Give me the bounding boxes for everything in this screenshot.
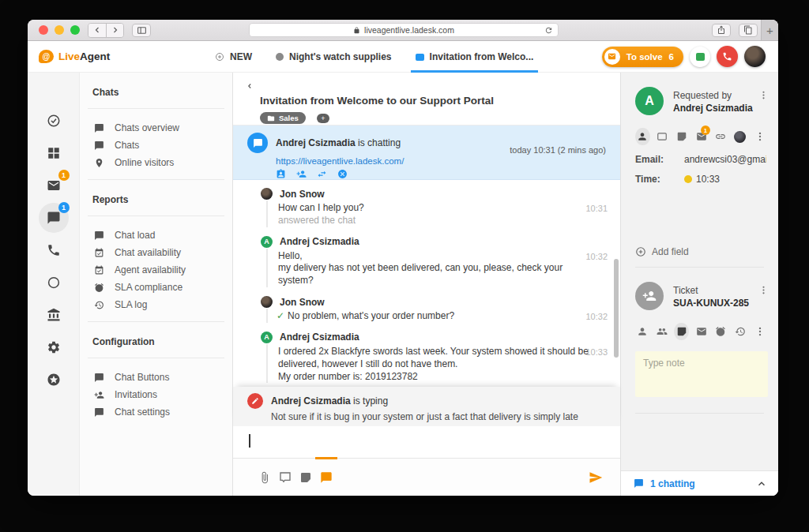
time-value: 10:33 — [696, 174, 720, 185]
logo-bubble-icon: @ — [39, 50, 54, 63]
menu-item-sla-compliance[interactable]: SLA compliance — [80, 279, 232, 296]
group-icon[interactable] — [655, 323, 670, 340]
forward-button[interactable] — [106, 24, 123, 37]
chevron-up-icon[interactable] — [756, 478, 767, 489]
link-icon[interactable] — [713, 128, 728, 145]
contact-card-icon[interactable] — [276, 169, 286, 179]
menu-item-chats-overview[interactable]: Chats overview — [80, 119, 232, 137]
refresh-icon[interactable] — [544, 26, 553, 35]
requester-name: Andrej Csizmadia — [673, 102, 753, 114]
banner-status: is chatting — [358, 137, 401, 148]
more-icon[interactable] — [752, 323, 767, 340]
phone-icon — [722, 51, 732, 62]
share-icon[interactable] — [712, 24, 731, 37]
rail-chat-icon[interactable]: 1 — [39, 203, 69, 233]
text-caret — [249, 434, 250, 448]
banner-actions — [276, 169, 620, 179]
banner-time: today 10:31 (2 mins ago) — [510, 145, 606, 155]
chatting-count: 1 chatting — [650, 478, 695, 489]
mail-icon[interactable]: 1 — [694, 128, 709, 145]
message-author: Jon Snow — [280, 189, 325, 200]
menu-item-online-visitors[interactable]: Online visitors — [80, 154, 232, 171]
close-window-button[interactable] — [39, 25, 48, 35]
user-avatar[interactable] — [744, 46, 766, 67]
person-icon[interactable] — [635, 323, 650, 340]
back-button[interactable] — [88, 24, 106, 37]
toolbar-attach-icon[interactable] — [258, 471, 271, 484]
add-circle-icon — [635, 246, 646, 257]
ticket-tab-0[interactable]: NEW — [213, 41, 254, 73]
notification-badge: 1 — [58, 202, 70, 213]
menu-item-chat-settings[interactable]: Chat settings — [80, 403, 232, 421]
url-text: liveagentlive.ladesk.com — [364, 25, 454, 35]
rail-verified-icon[interactable] — [39, 106, 69, 136]
menu-item-label: Chat availability — [115, 247, 181, 258]
rail-dashboard-icon[interactable] — [39, 138, 69, 168]
url-bar[interactable]: liveagentlive.ladesk.com — [249, 23, 559, 37]
resolve-flag-button[interactable] — [690, 47, 710, 67]
panel-divider — [635, 413, 764, 414]
card-icon[interactable] — [655, 128, 670, 145]
rail-academy-icon[interactable] — [39, 300, 69, 330]
new-tab-button[interactable]: + — [761, 20, 778, 40]
send-button[interactable] — [589, 470, 603, 485]
tab-overview-icon[interactable] — [739, 24, 758, 37]
rail-settings-icon[interactable] — [39, 332, 69, 362]
to-solve-button[interactable]: To solve 6 — [602, 47, 683, 67]
sales-tag[interactable]: Sales — [260, 112, 306, 124]
history-icon[interactable] — [733, 323, 748, 340]
call-button[interactable] — [717, 46, 738, 67]
requester-menu-icon[interactable] — [758, 90, 769, 100]
toolbar-chat-icon[interactable] — [320, 471, 333, 484]
close-circle-icon[interactable] — [337, 169, 348, 179]
visitor-link[interactable]: https://liveagentlive.ladesk.com/ — [276, 156, 404, 166]
visitor-avatar: A — [261, 236, 273, 248]
sidebar-toggle-button[interactable] — [132, 24, 151, 37]
chatting-status-bar[interactable]: 1 chatting — [621, 470, 778, 496]
back-chevron-icon[interactable] — [246, 82, 254, 90]
ticket-tab-2[interactable]: Invitation from Welco... — [414, 41, 536, 73]
liveagent-logo[interactable]: @ LiveAgent — [39, 50, 110, 63]
menu-item-chats[interactable]: Chats — [80, 137, 232, 154]
rail-mail-icon[interactable]: 1 — [39, 170, 69, 200]
menu-item-chat-load[interactable]: Chat load — [80, 227, 232, 244]
menu-item-chat-availability[interactable]: Chat availability — [80, 244, 232, 261]
zoom-window-button[interactable] — [70, 25, 80, 35]
app-topbar: @ LiveAgent NEWNight's watch suppliesInv… — [28, 41, 778, 73]
alarm-icon[interactable] — [713, 323, 728, 340]
person-icon[interactable] — [635, 128, 650, 145]
message-line: How can I help you? — [278, 202, 589, 215]
toolbar-comment-icon[interactable] — [279, 471, 292, 484]
left-icon-rail: 11 — [28, 73, 79, 496]
note-icon[interactable] — [674, 128, 689, 145]
menu-section-title: Chats — [80, 73, 232, 108]
note-icon[interactable] — [674, 323, 689, 340]
ticket-menu-icon[interactable] — [758, 285, 769, 295]
chatting-banner: Andrej Csizmadia is chatting https://liv… — [233, 125, 620, 180]
browser-window: liveagentlive.ladesk.com + @ LiveAgent N… — [28, 20, 778, 496]
person-add-icon[interactable] — [296, 169, 307, 179]
traffic-lights — [39, 25, 80, 35]
add-field-button[interactable]: Add field — [635, 246, 767, 257]
rail-star-icon[interactable] — [39, 365, 69, 395]
rail-clock-icon[interactable] — [39, 268, 69, 298]
message-author: Andrej Csizmadia — [280, 332, 359, 343]
minimize-window-button[interactable] — [55, 25, 64, 35]
mail-icon[interactable] — [694, 323, 709, 340]
menu-item-invitations[interactable]: Invitations — [80, 386, 232, 403]
menu-item-agent-availability[interactable]: Agent availability — [80, 261, 232, 279]
rail-phone-icon[interactable] — [39, 235, 69, 265]
transfer-icon[interactable] — [317, 169, 327, 179]
contact-icon-row: 1 — [635, 128, 767, 145]
more-icon[interactable] — [752, 128, 767, 145]
menu-item-sla-log[interactable]: SLA log — [80, 296, 232, 313]
ticket-avatar — [635, 282, 664, 310]
menu-item-label: Invitations — [115, 389, 157, 400]
ticket-tab-1[interactable]: Night's watch supplies — [274, 41, 393, 73]
reply-input[interactable] — [233, 426, 620, 458]
note-input[interactable] — [635, 351, 768, 397]
add-tag-button[interactable]: + — [317, 114, 329, 123]
toolbar-note-icon[interactable] — [299, 471, 312, 484]
contact-avatar-icon[interactable] — [733, 128, 748, 145]
menu-item-chat-buttons[interactable]: Chat Buttons — [80, 369, 232, 386]
